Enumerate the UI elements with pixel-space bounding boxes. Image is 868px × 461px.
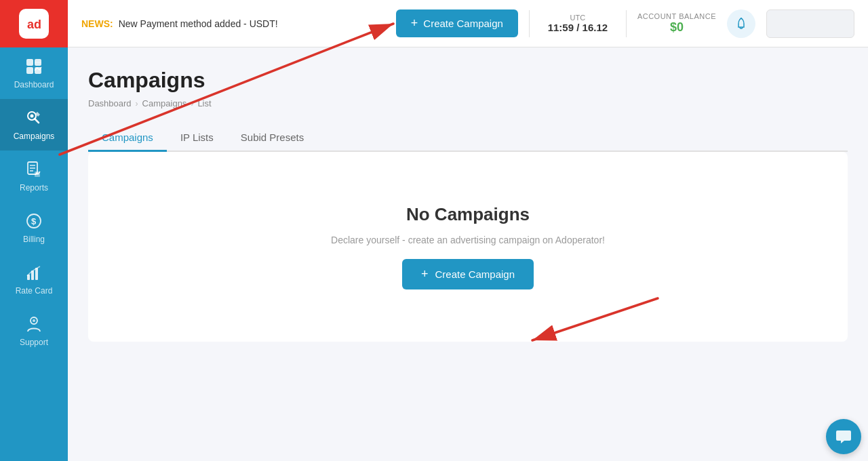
sidebar-item-support-label: Support bbox=[20, 338, 48, 347]
campaigns-card: No Campaigns Declare yourself - create a… bbox=[88, 152, 848, 342]
sidebar-item-rate-card[interactable]: Rate Card bbox=[0, 254, 68, 305]
svg-line-9 bbox=[35, 119, 39, 123]
utc-label: UTC bbox=[570, 14, 586, 22]
main-wrapper: NEWS: New Payment method added - USDT! +… bbox=[68, 0, 868, 461]
account-balance: $0 bbox=[670, 20, 684, 35]
topbar-divider-2 bbox=[626, 10, 627, 37]
page-content: Campaigns Dashboard › Campaigns › List C… bbox=[68, 47, 868, 461]
rate-card-icon bbox=[24, 263, 43, 282]
svg-rect-2 bbox=[26, 59, 33, 66]
plus-icon: + bbox=[411, 16, 418, 31]
empty-state-create-campaign-button[interactable]: + Create Campaign bbox=[402, 259, 534, 289]
sidebar-item-dashboard[interactable]: Dashboard bbox=[0, 47, 68, 99]
svg-text:$: $ bbox=[31, 216, 37, 226]
sidebar-logo: ad bbox=[0, 0, 68, 47]
account-label: ACCOUNT BALANCE bbox=[637, 12, 716, 20]
empty-description: Declare yourself - create an advertising… bbox=[331, 235, 605, 245]
svg-point-8 bbox=[31, 115, 34, 118]
news-section: NEWS: New Payment method added - USDT! bbox=[81, 18, 385, 29]
sidebar: ad Dashboard Campaigns bbox=[0, 0, 68, 461]
topbar-create-campaign-button[interactable]: + Create Campaign bbox=[396, 9, 518, 37]
tab-campaigns[interactable]: Campaigns bbox=[88, 125, 167, 152]
empty-title: No Campaigns bbox=[406, 204, 530, 225]
sidebar-item-support[interactable]: Support bbox=[0, 305, 68, 357]
empty-state: No Campaigns Declare yourself - create a… bbox=[304, 163, 632, 330]
user-avatar[interactable] bbox=[766, 9, 854, 38]
breadcrumb-sep-2: › bbox=[191, 99, 193, 108]
breadcrumb-list: List bbox=[197, 98, 211, 108]
topbar: NEWS: New Payment method added - USDT! +… bbox=[68, 0, 868, 47]
page-title: Campaigns bbox=[88, 68, 848, 93]
sidebar-item-reports-label: Reports bbox=[20, 183, 48, 193]
topbar-create-campaign-label: Create Campaign bbox=[423, 18, 503, 29]
sidebar-item-billing-label: Billing bbox=[23, 235, 45, 244]
breadcrumb: Dashboard › Campaigns › List bbox=[88, 98, 848, 108]
sidebar-item-billing[interactable]: $ Billing bbox=[0, 202, 68, 254]
center-create-label: Create Campaign bbox=[435, 268, 515, 280]
topbar-divider bbox=[529, 10, 530, 37]
campaigns-icon bbox=[24, 108, 43, 127]
breadcrumb-campaigns[interactable]: Campaigns bbox=[142, 98, 187, 108]
sidebar-item-rate-card-label: Rate Card bbox=[16, 286, 53, 296]
support-icon bbox=[24, 315, 43, 334]
center-plus-icon: + bbox=[421, 267, 429, 281]
utc-time: 11:59 / 16.12 bbox=[548, 22, 608, 33]
sidebar-item-campaigns[interactable]: Campaigns bbox=[0, 99, 68, 151]
billing-icon: $ bbox=[24, 212, 43, 230]
tabs: Campaigns IP Lists Subid Presets bbox=[88, 125, 848, 152]
sidebar-item-dashboard-label: Dashboard bbox=[14, 80, 54, 89]
sidebar-item-reports[interactable]: Reports bbox=[0, 151, 68, 202]
svg-point-22 bbox=[33, 319, 35, 322]
tab-ip-lists[interactable]: IP Lists bbox=[167, 125, 227, 152]
svg-text:ad: ad bbox=[27, 18, 41, 31]
reports-icon bbox=[24, 160, 43, 179]
svg-rect-4 bbox=[26, 67, 33, 74]
support-chat-bubble[interactable] bbox=[826, 419, 861, 454]
news-label: NEWS: bbox=[81, 18, 113, 29]
notification-bell-button[interactable] bbox=[727, 9, 755, 38]
breadcrumb-dashboard[interactable]: Dashboard bbox=[88, 98, 132, 108]
news-text: New Payment method added - USDT! bbox=[119, 18, 278, 29]
svg-rect-19 bbox=[35, 268, 38, 280]
sidebar-item-campaigns-label: Campaigns bbox=[14, 132, 55, 141]
tab-subid-presets[interactable]: Subid Presets bbox=[227, 125, 317, 152]
account-section: ACCOUNT BALANCE $0 bbox=[637, 12, 716, 35]
breadcrumb-sep-1: › bbox=[136, 99, 138, 108]
dashboard-icon bbox=[24, 57, 43, 76]
utc-section: UTC 11:59 / 16.12 bbox=[540, 14, 615, 33]
app-logo: ad bbox=[19, 9, 49, 39]
